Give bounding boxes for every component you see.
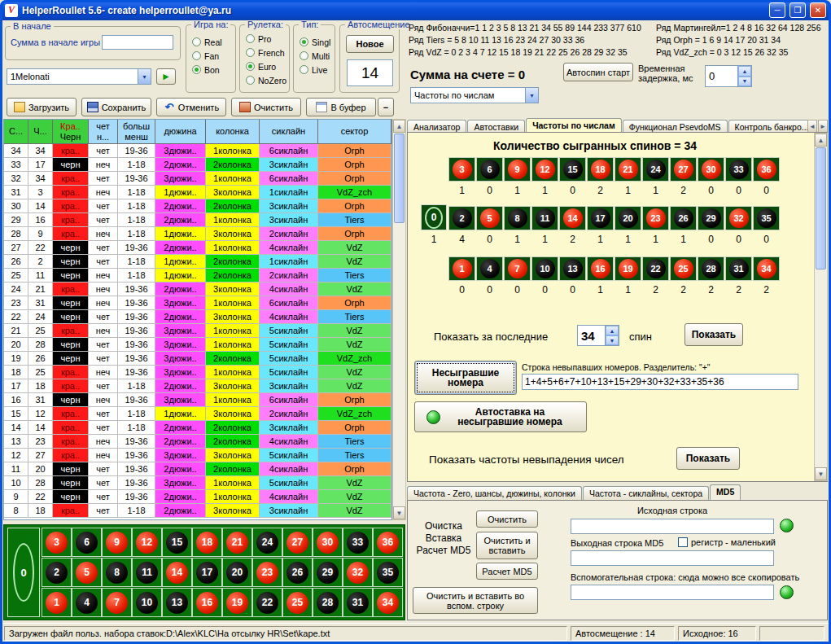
- board-cell-19[interactable]: 19: [615, 256, 641, 281]
- board-cell-14[interactable]: 14: [162, 558, 192, 587]
- table-row[interactable]: 3434кра..чет19-363дюжи..1колонка6сиклайн…: [4, 144, 391, 158]
- board-cell-26[interactable]: 26: [670, 206, 697, 230]
- board-cell-33[interactable]: 33: [343, 528, 373, 557]
- board-cell-16[interactable]: 16: [587, 256, 614, 281]
- board-cell-22[interactable]: 22: [252, 588, 282, 617]
- board-cell-35[interactable]: 35: [373, 558, 403, 587]
- scroll-down-icon[interactable]: ▼: [815, 467, 827, 480]
- missing-numbers-button[interactable]: Несыгравшие номера: [414, 361, 517, 395]
- spinner-up-icon[interactable]: ▲: [606, 326, 619, 335]
- toolbar-button-save-disk[interactable]: Сохранить: [81, 98, 151, 116]
- board-cell-8[interactable]: 8: [102, 558, 132, 587]
- board-cell-7[interactable]: 7: [504, 256, 531, 281]
- new-shift-button[interactable]: Новое: [346, 35, 394, 53]
- radio-option-live[interactable]: Live: [294, 63, 335, 77]
- toolbar-button-clipboard[interactable]: В буфер: [306, 98, 376, 116]
- freq-cell-zero[interactable]: 0: [421, 204, 447, 230]
- board-cell-1[interactable]: 1: [448, 256, 475, 281]
- board-cell-3[interactable]: 3: [448, 157, 475, 182]
- board-cell-33[interactable]: 33: [725, 157, 752, 182]
- board-cell-4[interactable]: 4: [72, 588, 102, 617]
- radio-option-nozero[interactable]: NoZero: [240, 73, 289, 87]
- md5-clear-button[interactable]: Очистить: [476, 510, 538, 528]
- board-cell-25[interactable]: 25: [282, 588, 313, 617]
- show-last-button[interactable]: Показать: [684, 323, 743, 346]
- board-cell-23[interactable]: 23: [252, 558, 282, 587]
- table-row[interactable]: 1323кра..неч19-362дюжи..2колонка4сиклайн…: [4, 435, 391, 449]
- board-cell-13[interactable]: 13: [559, 256, 586, 281]
- tab-частота-сиклайны-сектора[interactable]: Частота - сиклайны, сектора: [583, 486, 709, 500]
- board-cell-17[interactable]: 17: [192, 558, 222, 587]
- board-cell-15[interactable]: 15: [162, 528, 192, 557]
- board-cell-14[interactable]: 14: [559, 206, 586, 230]
- board-cell-34[interactable]: 34: [373, 588, 403, 617]
- collapse-button[interactable]: −: [378, 98, 394, 116]
- radio-icon[interactable]: [192, 51, 201, 60]
- board-cell-5[interactable]: 5: [72, 558, 102, 587]
- start-sum-input[interactable]: [102, 35, 173, 50]
- scrollbar-thumb[interactable]: [816, 147, 826, 269]
- spinner-down-icon[interactable]: ▼: [606, 335, 619, 345]
- board-cell-28[interactable]: 28: [313, 588, 343, 617]
- panel-scrollbar[interactable]: ▲ ▼: [814, 133, 828, 481]
- show-last-spinner[interactable]: 34 ▲ ▼: [577, 325, 619, 346]
- chevron-down-icon[interactable]: ▼: [138, 69, 151, 84]
- radio-option-multi[interactable]: Multi: [294, 49, 335, 63]
- board-cell-1[interactable]: 1: [42, 588, 72, 617]
- table-row[interactable]: 2125кра..неч19-363дюжи..1колонка5сиклайн…: [4, 324, 391, 338]
- radio-icon[interactable]: [192, 65, 201, 74]
- register-checkbox[interactable]: [678, 537, 688, 547]
- table-row[interactable]: 3234кра..чет19-363дюжи..1колонка6сиклайн…: [4, 172, 391, 186]
- radio-icon[interactable]: [246, 48, 255, 57]
- radio-icon[interactable]: [246, 62, 255, 71]
- board-cell-29[interactable]: 29: [313, 558, 343, 587]
- table-row[interactable]: 1718кра..чет1-182дюжи..3колонка3сиклайнV…: [4, 379, 391, 393]
- radio-icon[interactable]: [192, 37, 201, 46]
- radio-option-french[interactable]: French: [240, 46, 289, 59]
- board-cell-34[interactable]: 34: [753, 256, 780, 281]
- radio-icon[interactable]: [300, 51, 308, 60]
- board-cell-8[interactable]: 8: [504, 206, 531, 230]
- board-cell-9[interactable]: 9: [504, 157, 531, 182]
- freq-missing-show-button[interactable]: Показать: [676, 447, 740, 470]
- radio-option-singl[interactable]: Singl: [294, 35, 335, 49]
- table-row[interactable]: 1414кра..чет1-182дюжи..2колонка3сиклайнO…: [4, 421, 391, 435]
- board-cell-24[interactable]: 24: [252, 528, 282, 557]
- board-cell-7[interactable]: 7: [102, 588, 132, 617]
- table-row[interactable]: 1926чернчет19-363дюжи..2колонка5сиклайнV…: [4, 352, 391, 366]
- board-cell-28[interactable]: 28: [698, 256, 724, 281]
- table-row[interactable]: 2224чернчет19-362дюжи..3колонка4сиклайнT…: [4, 310, 391, 324]
- board-cell-32[interactable]: 32: [725, 206, 752, 230]
- board-cell-18[interactable]: 18: [192, 528, 222, 557]
- md5-clear-paste-button[interactable]: Очистить и вставить: [476, 532, 538, 559]
- board-cell-27[interactable]: 27: [670, 157, 697, 182]
- radio-option-real[interactable]: Real: [186, 35, 235, 49]
- table-row[interactable]: 3014кра..чет1-182дюжи..2колонка3сиклайнO…: [4, 199, 391, 213]
- md5-aux-input[interactable]: [571, 585, 774, 600]
- board-cell-32[interactable]: 32: [343, 558, 373, 587]
- md5-clear-paste-aux-button[interactable]: Очистить и вставить во вспом. строку: [413, 587, 538, 614]
- board-cell-19[interactable]: 19: [222, 588, 252, 617]
- table-row[interactable]: 1227кра..неч19-363дюжи..3колонка5сиклайн…: [4, 449, 391, 462]
- radio-option-euro[interactable]: Euro: [240, 59, 289, 73]
- board-cell-2[interactable]: 2: [42, 558, 72, 587]
- scrollbar-thumb[interactable]: [394, 134, 405, 223]
- toolbar-button-undo-arrow[interactable]: ↶Отменить: [156, 98, 226, 116]
- board-cell-13[interactable]: 13: [162, 588, 192, 617]
- table-row[interactable]: 2028чернчет19-363дюжи..1колонка5сиклайнV…: [4, 338, 391, 352]
- table-row[interactable]: 2511черннеч1-181дюжи..2колонка2сиклайнTi…: [4, 269, 391, 283]
- table-row[interactable]: 289кра..неч1-181дюжи..3колонка2сиклайнOr…: [4, 227, 391, 241]
- board-cell-21[interactable]: 21: [222, 528, 252, 557]
- md5-calc-button[interactable]: Расчет MD5: [476, 563, 538, 580]
- board-cell-30[interactable]: 30: [698, 157, 724, 182]
- board-cell-35[interactable]: 35: [753, 206, 780, 230]
- table-row[interactable]: 2722чернчет19-362дюжи..1колонка4сиклайнV…: [4, 241, 391, 255]
- board-cell-2[interactable]: 2: [448, 206, 475, 230]
- frequency-combobox[interactable]: Частоты по числам ▼: [410, 87, 539, 103]
- table-row[interactable]: 818кра..чет1-182дюжи..3колонка3сиклайнVd…: [4, 504, 391, 518]
- md5-source-input[interactable]: [571, 519, 774, 534]
- autobet-missing-button[interactable]: Автоставка на несыгравшие номера: [414, 401, 587, 432]
- minimize-button[interactable]: ─: [769, 2, 785, 18]
- radio-option-pro[interactable]: Pro: [240, 32, 289, 46]
- tab-md5[interactable]: MD5: [710, 484, 741, 500]
